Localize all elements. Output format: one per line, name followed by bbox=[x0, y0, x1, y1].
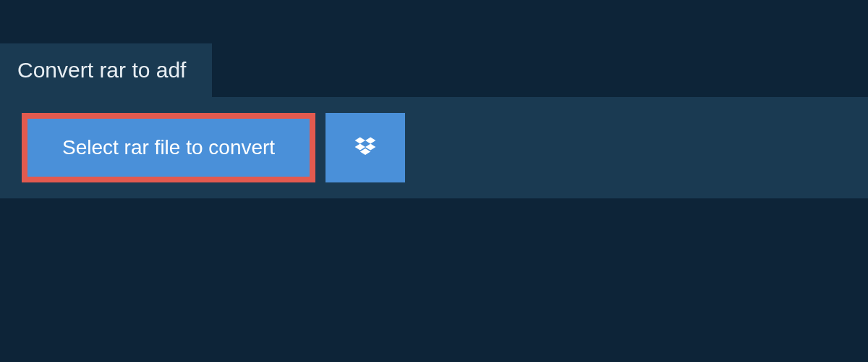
tab-bar: Convert rar to adf bbox=[0, 0, 868, 97]
tab-label: Convert rar to adf bbox=[17, 58, 186, 82]
tab-convert[interactable]: Convert rar to adf bbox=[0, 43, 212, 97]
select-file-label: Select rar file to convert bbox=[62, 136, 275, 159]
dropbox-button[interactable] bbox=[326, 113, 405, 182]
dropbox-icon bbox=[352, 135, 378, 161]
button-row: Select rar file to convert bbox=[22, 113, 846, 182]
select-file-button[interactable]: Select rar file to convert bbox=[22, 113, 315, 182]
converter-panel: Select rar file to convert bbox=[0, 97, 868, 198]
